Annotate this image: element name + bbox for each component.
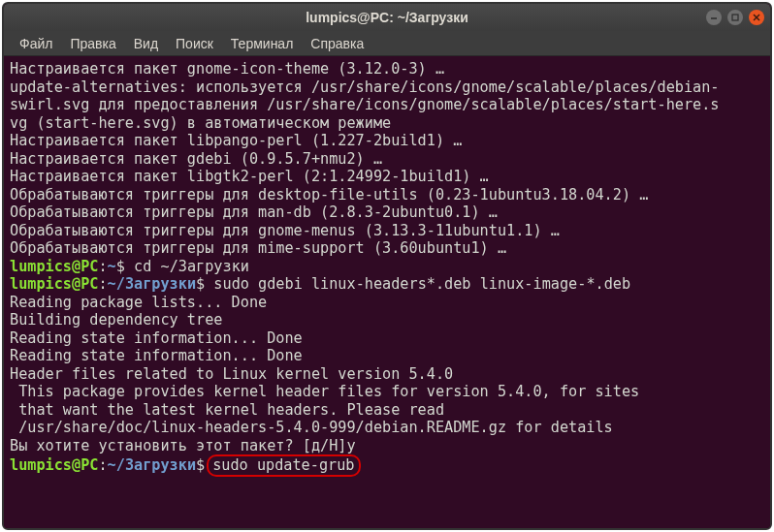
prompt-dollar: $ (196, 275, 205, 293)
output-line: that want the latest kernel headers. Ple… (10, 401, 764, 420)
prompt-userhost: lumpics@PC (10, 275, 98, 293)
prompt-userhost: lumpics@PC (10, 456, 98, 474)
output-line: update-alternatives: используется /usr/s… (10, 78, 764, 97)
output-line: Reading package lists... Done (10, 294, 764, 312)
window-title: lumpics@PC: ~/Загрузки (306, 10, 468, 25)
svg-rect-1 (732, 15, 738, 20)
output-line: Вы хотите установить этот пакет? [д/Н]y (10, 437, 764, 455)
highlighted-command: sudo update-grub (207, 454, 360, 477)
output-line: Обрабатываются триггеры для man-db (2.8.… (10, 203, 764, 222)
output-line: vg (start-here.svg) в автоматическом реж… (10, 114, 764, 133)
window-controls (706, 10, 764, 25)
command-text: sudo gdebi linux-headers*.deb linux-imag… (213, 275, 630, 293)
output-line: Header files related to Linux kernel ver… (10, 365, 764, 384)
output-line: Обрабатываются триггеры для gnome-menus … (10, 222, 764, 240)
prompt-userhost: lumpics@PC (10, 258, 98, 275)
prompt-dollar: $ (196, 456, 205, 474)
prompt-path: ~/Загрузки (108, 456, 196, 474)
output-line: Обрабатываются триггеры для mime-support… (10, 239, 764, 258)
terminal-window: lumpics@PC: ~/Загрузки Файл Правка Вид П… (2, 2, 772, 530)
prompt-line: lumpics@PC:~$ cd ~/Загрузки (10, 258, 764, 276)
prompt-dollar: $ (116, 258, 125, 275)
prompt-line: lumpics@PC:~/Загрузки$sudo update-grub (10, 454, 764, 477)
menubar: Файл Правка Вид Поиск Терминал Справка (4, 31, 770, 56)
menu-help[interactable]: Справка (303, 34, 371, 53)
menu-edit[interactable]: Правка (62, 34, 123, 53)
terminal-output[interactable]: Настраивается пакет gnome-icon-theme (3.… (4, 56, 770, 528)
close-button[interactable] (749, 10, 764, 25)
output-line: Building dependency tree (10, 311, 764, 329)
output-line: Обрабатываются триггеры для desktop-file… (10, 186, 764, 204)
prompt-path: ~ (108, 258, 116, 275)
menu-file[interactable]: Файл (12, 34, 60, 53)
menu-terminal[interactable]: Терминал (223, 34, 301, 53)
output-line: This package provides kernel header file… (10, 383, 764, 401)
minimize-button[interactable] (706, 10, 722, 25)
prompt-path: ~/Загрузки (108, 275, 196, 293)
output-line: Настраивается пакет gdebi (0.9.5.7+nmu2)… (10, 150, 764, 169)
output-line: Настраивается пакет libgtk2-perl (2:1.24… (10, 168, 764, 186)
maximize-button[interactable] (727, 10, 743, 25)
output-line: swirl.svg для предоставления /usr/share/… (10, 96, 764, 114)
output-line: Reading state information... Done (10, 347, 764, 365)
menu-search[interactable]: Поиск (168, 34, 221, 53)
menu-view[interactable]: Вид (126, 34, 166, 53)
command-text: cd ~/Загрузки (134, 258, 249, 275)
command-text: sudo update-grub (212, 456, 354, 474)
titlebar: lumpics@PC: ~/Загрузки (4, 4, 770, 31)
output-line: /usr/share/doc/linux-headers-5.4.0-999/d… (10, 419, 764, 437)
output-line: Настраивается пакет libpango-perl (1.227… (10, 132, 764, 150)
output-line: Reading state information... Done (10, 329, 764, 348)
output-line: Настраивается пакет gnome-icon-theme (3.… (10, 60, 764, 78)
prompt-line: lumpics@PC:~/Загрузки$ sudo gdebi linux-… (10, 275, 764, 294)
